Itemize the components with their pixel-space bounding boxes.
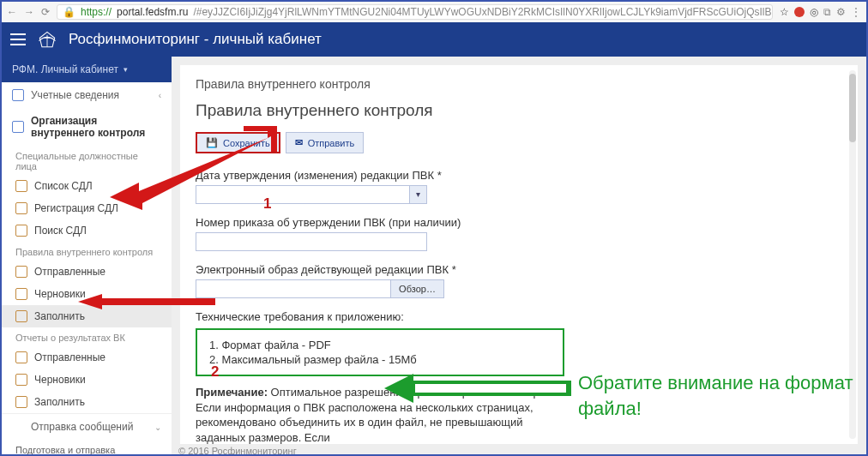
scroll-thumb[interactable] — [849, 74, 856, 142]
item-label: Черновики — [34, 288, 86, 300]
nav-back-icon[interactable]: ← — [7, 6, 17, 18]
sidebar-subhead-vk-reports: Отчеты о результатах ВК — [2, 327, 172, 346]
emblem-icon — [36, 30, 58, 49]
extension-red-icon[interactable] — [794, 7, 805, 17]
doc-icon — [15, 396, 27, 408]
item-label: Отправленные — [34, 351, 105, 363]
sidebar-header-label: РФМ. Личный кабинет — [12, 63, 118, 75]
date-input[interactable] — [196, 186, 409, 203]
item-label: Заполнить — [34, 310, 85, 322]
page-title: Правила внутреннего контроля — [196, 101, 842, 120]
sidebar-section-internal-control[interactable]: Организация внутреннего контроля — [2, 108, 172, 146]
app-header: Росфинмониторинг - личный кабинет — [2, 22, 866, 57]
field-label: Дата утверждения (изменения) редакции ПВ… — [196, 169, 842, 182]
footer-text: © 2016 Росфинмониторинг — [172, 444, 866, 456]
sidebar-header[interactable]: РФМ. Личный кабинет ▾ — [2, 57, 172, 82]
requirements-heading: Технические требования к приложению: — [196, 310, 842, 323]
sidebar-section-account[interactable]: Учетные сведения ‹ — [2, 82, 172, 108]
browser-toolbar: ← → ⟳ 🔒 https://portal.fedsfm.ru/#eyJJZC… — [2, 2, 866, 22]
bookmark-icon[interactable]: ☆ — [780, 6, 789, 18]
chevron-down-icon: ▾ — [124, 65, 128, 74]
date-dropdown-button[interactable]: ▾ — [409, 186, 426, 203]
sidebar-item-sdl-search[interactable]: Поиск СДЛ — [2, 219, 172, 242]
menu-icon[interactable] — [10, 33, 26, 45]
sidebar-item-pvk-sent[interactable]: Отправленные — [2, 261, 172, 283]
address-bar[interactable]: 🔒 https://portal.fedsfm.ru/#eyJJZCI6IjJi… — [57, 4, 773, 20]
sidebar-section-send[interactable]: Отправка сообщений ⌄ — [2, 413, 172, 440]
doc-icon — [15, 180, 27, 192]
url-host: portal.fedsfm.ru — [117, 6, 188, 18]
section-label: Учетные сведения — [31, 89, 119, 101]
sidebar-item-vk-drafts[interactable]: Черновики — [2, 369, 172, 391]
send-button[interactable]: ✉ Отправить — [286, 132, 365, 153]
sidebar-item-vk-sent[interactable]: Отправленные — [2, 346, 172, 369]
sidebar-item-sdl-list[interactable]: Список СДЛ — [2, 175, 172, 197]
doc-icon — [15, 374, 27, 386]
sidebar: РФМ. Личный кабинет ▾ Учетные сведения ‹… — [2, 57, 172, 456]
sidebar-subhead-sdl: Специальные должностные лица — [2, 146, 172, 175]
file-path-input[interactable] — [196, 279, 391, 298]
sidebar-item-prepare-send[interactable]: Подготовка и отправка — [2, 440, 172, 456]
note-label: Примечание: — [196, 386, 268, 399]
breadcrumb: Правила внутреннего контроля — [196, 77, 842, 91]
save-icon: 💾 — [206, 137, 218, 148]
item-label: Черновики — [34, 374, 86, 386]
doc-icon — [15, 202, 27, 214]
doc-icon — [15, 266, 27, 278]
chevron-down-icon: ⌄ — [154, 423, 161, 432]
field-order-number: Номер приказа об утверждении ПВК (при на… — [196, 216, 842, 251]
requirement-item: Формат файла - PDF — [209, 339, 551, 351]
field-approval-date: Дата утверждения (изменения) редакции ПВ… — [196, 169, 842, 204]
sidebar-item-pvk-fill[interactable]: Заполнить — [2, 305, 172, 327]
url-path: /#eyJJZCI6IjJiZjg4YjRlLWNmYTMtNGU2Ni04MT… — [193, 6, 773, 18]
lock-icon: 🔒 — [63, 6, 75, 18]
doc-icon — [15, 288, 27, 300]
field-label: Номер приказа об утверждении ПВК (при на… — [196, 216, 842, 229]
app-title: Росфинмониторинг - личный кабинет — [69, 31, 322, 48]
browser-extensions: ☆ ◎ ⧉ ⚙ ⋮ — [780, 6, 861, 18]
item-label: Заполнить — [34, 396, 85, 408]
tag-icon — [12, 121, 24, 133]
doc-icon — [15, 351, 27, 363]
annotation-number-2: 2 — [211, 363, 219, 381]
item-label: Поиск СДЛ — [34, 225, 87, 237]
extension-gear-icon[interactable]: ⚙ — [836, 6, 846, 18]
extension-opera-icon[interactable]: ◎ — [810, 6, 818, 18]
requirement-item: Максимальный размер файла - 15Мб — [209, 353, 551, 366]
button-label: Отправить — [308, 138, 355, 148]
field-pvk-file: Электронный образ действующей редакции П… — [196, 263, 842, 298]
sidebar-item-pvk-drafts[interactable]: Черновики — [2, 283, 172, 305]
chevron-left-icon: ‹ — [159, 91, 161, 100]
browser-menu-icon[interactable]: ⋮ — [851, 6, 861, 18]
requirements-box: Формат файла - PDF Максимальный размер ф… — [196, 328, 564, 376]
save-button[interactable]: 💾 Сохранить — [196, 132, 280, 153]
sidebar-item-sdl-register[interactable]: Регистрация СДЛ — [2, 197, 172, 219]
nav-reload-icon[interactable]: ⟳ — [41, 6, 50, 18]
annotation-number-1: 1 — [263, 195, 271, 213]
button-label: Сохранить — [223, 138, 270, 148]
nav-forward-icon[interactable]: → — [24, 6, 34, 18]
doc-icon — [15, 225, 27, 237]
extension-tab-icon[interactable]: ⧉ — [823, 6, 831, 18]
sidebar-subhead-pvk: Правила внутреннего контроля — [2, 242, 172, 261]
section-label: Отправка сообщений — [31, 421, 133, 433]
item-label: Регистрация СДЛ — [34, 202, 118, 214]
annotation-callout-text: Обратите внимание на формат файла! — [578, 370, 866, 421]
doc-icon — [15, 310, 27, 322]
browse-button[interactable]: Обзор… — [391, 279, 444, 298]
toolbar: 💾 Сохранить ✉ Отправить — [196, 132, 842, 153]
tag-icon — [12, 89, 24, 101]
mail-icon: ✉ — [295, 137, 303, 148]
sidebar-item-vk-fill[interactable]: Заполнить — [2, 391, 172, 413]
section-label: Организация внутреннего контроля — [31, 115, 161, 139]
field-label: Электронный образ действующей редакции П… — [196, 263, 842, 276]
note-text: Примечание: Оптимальное разрешение при с… — [196, 385, 556, 444]
item-label: Список СДЛ — [34, 180, 93, 192]
blank-icon — [12, 421, 24, 433]
order-number-input[interactable] — [196, 232, 427, 251]
item-label: Отправленные — [34, 266, 105, 278]
date-input-combo: ▾ — [196, 185, 427, 204]
